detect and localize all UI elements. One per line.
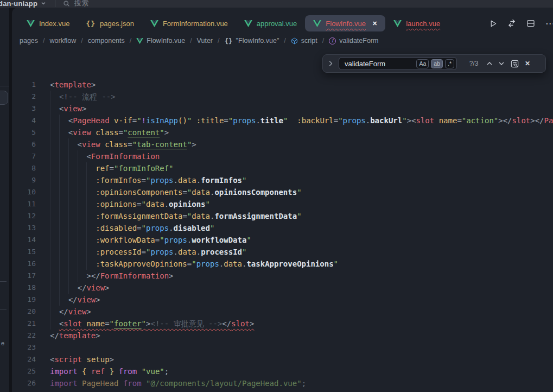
tab-FormInformation.vue[interactable]: FormInformation.vue — [142, 15, 236, 31]
code-token: . — [210, 186, 214, 198]
chevron-down-icon[interactable] — [41, 1, 46, 6]
close-tab-icon[interactable]: ✕ — [372, 20, 377, 27]
code-token: . — [164, 198, 169, 210]
indent-guide — [59, 198, 68, 210]
vue-icon — [150, 20, 158, 27]
code-line-content: ></FormInformation> — [36, 270, 174, 282]
code-token: data — [192, 210, 210, 222]
find-in-selection-button[interactable] — [510, 59, 519, 68]
global-search[interactable]: 搜索 — [63, 0, 88, 8]
code-token: < — [86, 150, 91, 162]
code-token: " — [187, 138, 192, 150]
swap-editors-button[interactable] — [507, 19, 516, 28]
code-token: > — [82, 103, 86, 115]
code-token — [142, 377, 146, 389]
code-token: " — [283, 115, 288, 127]
code-token: () — [178, 115, 187, 127]
run-button[interactable] — [489, 20, 497, 28]
editor-toolbar: ⋯ — [489, 18, 551, 29]
editor-pane: Index.vue{}pages.jsonFormInformation.vue… — [12, 8, 553, 392]
code-token: " — [160, 234, 164, 246]
code-token: data — [146, 198, 164, 210]
breadcrumb-separator: / — [43, 37, 45, 45]
code-token: = — [182, 210, 187, 222]
breadcrumb-item-validateForm[interactable]: fvalidateForm — [329, 37, 378, 45]
code-line-content: :opinions="data.opinions" — [36, 198, 210, 210]
tab-approval.vue[interactable]: approval.vue — [236, 15, 305, 31]
code-token — [288, 115, 297, 127]
indent-guide — [78, 210, 87, 222]
tab-label: FlowInfo.vue — [326, 20, 366, 28]
breadcrumb-item-FlowInfo.vue[interactable]: FlowInfo.vue — [136, 37, 185, 45]
breadcrumb-item-FlowInfo.vue[interactable]: {}"FlowInfo.vue" — [225, 37, 279, 45]
vue-icon — [313, 20, 321, 27]
code-token: </ — [222, 319, 231, 328]
code-token: :processId — [96, 246, 141, 258]
project-name[interactable]: dan-uniapp — [0, 0, 37, 8]
code-token: name — [439, 115, 457, 127]
sidebar-divider — [0, 281, 7, 282]
code-token: " — [402, 115, 406, 127]
code-token: = — [155, 234, 160, 246]
sidebar-partial-text: e — [1, 340, 4, 346]
tab-label: launch.vue — [406, 20, 440, 28]
code-token: FormInformation — [91, 150, 160, 162]
line-number: 10 — [12, 186, 36, 198]
tab-Index.vue[interactable]: Index.vue — [18, 15, 78, 31]
code-token: " — [142, 222, 146, 234]
code-editor[interactable]: 1<template>2<!-- 流程 -->3<view>4<PageHead… — [12, 79, 553, 392]
tab-FlowInfo.vue[interactable]: FlowInfo.vue✕ — [305, 15, 385, 31]
line-number: 15 — [12, 246, 36, 258]
breadcrumb-label: "FlowInfo.vue" — [236, 37, 279, 45]
code-token: " — [228, 115, 233, 127]
toggle-replace-button[interactable] — [328, 60, 333, 67]
code-token: " — [297, 186, 301, 198]
indent-guide — [59, 222, 68, 234]
match-case-button[interactable]: Aa — [416, 59, 429, 68]
find-input[interactable] — [345, 60, 414, 68]
breadcrumb-item-components[interactable]: components — [88, 37, 125, 45]
find-next-button[interactable] — [498, 60, 505, 67]
titlebar: dan-uniapp 搜索 — [0, 0, 553, 8]
code-line-content: <view class="tab-content"> — [36, 138, 196, 150]
find-previous-button[interactable] — [486, 60, 493, 67]
indent-guide — [50, 210, 59, 222]
code-token: " — [187, 115, 192, 127]
code-token: :backUrl — [297, 115, 333, 127]
breadcrumb-item-Vuter[interactable]: Vuter — [197, 37, 213, 45]
tab-pages.json[interactable]: {}pages.json — [78, 15, 142, 31]
sidebar-item-partial[interactable] — [0, 91, 8, 105]
code-token: " — [110, 319, 114, 328]
close-find-button[interactable]: ✕ — [525, 60, 530, 67]
code-line-content: </template> — [36, 330, 100, 342]
code-token: > — [110, 353, 114, 365]
code-token — [78, 377, 82, 389]
find-input-wrap: Aa ab .* — [339, 57, 457, 70]
code-token: . — [196, 246, 201, 258]
breadcrumb-item-pages[interactable]: pages — [20, 37, 38, 45]
regex-button[interactable]: .* — [445, 59, 454, 68]
line-number: 13 — [12, 222, 36, 234]
breadcrumb: pages/workflow/components/FlowInfo.vue/V… — [12, 33, 553, 49]
code-line-content: :formAssignmentData="data.formAssignment… — [36, 210, 302, 222]
vue-icon — [393, 20, 402, 27]
code-token: view — [86, 282, 105, 294]
code-token: workflowData — [192, 234, 246, 246]
code-token: import — [50, 377, 78, 389]
code-token: content — [128, 127, 160, 138]
indent-guide — [50, 294, 59, 306]
whole-word-button[interactable]: ab — [431, 59, 443, 68]
code-token: <!-- 流程 --> — [59, 91, 116, 103]
breadcrumb-item-workflow[interactable]: workflow — [50, 37, 77, 45]
code-line-content: :formInfos="props.data.formInfos" — [36, 174, 246, 186]
tab-launch.vue[interactable]: launch.vue — [385, 15, 448, 31]
code-token: " — [187, 210, 192, 222]
indent-guide — [50, 246, 59, 258]
code-line-12: 12:formAssignmentData="data.formAssignme… — [12, 210, 553, 222]
indent-guide — [59, 210, 68, 222]
split-editor-button[interactable] — [526, 19, 535, 28]
line-number: 16 — [12, 258, 36, 270]
code-line-23: 23 — [12, 342, 553, 353]
breadcrumb-item-script[interactable]: script — [291, 37, 317, 45]
more-actions-button[interactable]: ⋯ — [545, 18, 553, 29]
